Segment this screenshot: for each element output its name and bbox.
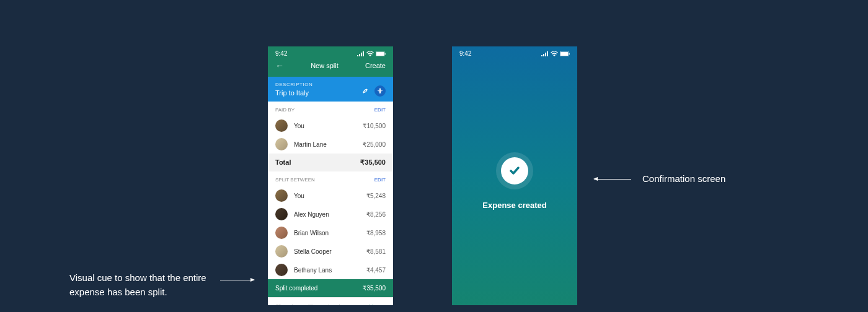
wifi-icon	[366, 51, 374, 56]
total-amount: ₹35,500	[360, 158, 386, 167]
recurring-icon[interactable]	[360, 85, 371, 97]
signal-icon	[357, 51, 365, 56]
description-section: DESCRIPTION Trip to Italy	[268, 77, 393, 102]
split-row: You ₹5,248	[268, 186, 393, 205]
svg-rect-1	[376, 52, 384, 56]
status-time: 9:42	[459, 50, 471, 57]
svg-rect-7	[560, 52, 568, 56]
avatar	[275, 264, 288, 276]
check-circle	[496, 152, 533, 189]
add-note-button[interactable]: Add note	[363, 304, 386, 305]
avatar	[275, 119, 288, 132]
paid-by-header: PAID BY EDIT	[268, 102, 393, 116]
split-name: Alex Nguyen	[294, 211, 366, 218]
split-name: Stella Cooper	[294, 248, 366, 255]
split-amount: ₹8,256	[366, 211, 386, 218]
split-completed-amount: ₹35,500	[363, 285, 386, 292]
today-label: Today	[284, 304, 299, 305]
split-between-header: SPLIT BETWEEN EDIT	[268, 171, 393, 186]
header-area: 9:42 ← New split Create	[268, 46, 393, 77]
annotation-left: Visual cue to show that the entire expen…	[69, 271, 243, 299]
split-label: SPLIT BETWEEN	[275, 177, 315, 183]
split-amount: ₹8,581	[366, 248, 386, 255]
confirmation-text: Expense created	[482, 201, 546, 210]
confirmation-content: Expense created	[452, 61, 577, 301]
annotation-right: Confirmation screen	[642, 172, 725, 186]
avatar	[275, 138, 288, 150]
arrow-left	[220, 280, 254, 280]
avatar	[275, 189, 288, 202]
split-edit[interactable]: EDIT	[374, 177, 386, 183]
split-amount: ₹8,958	[366, 230, 386, 236]
status-icons	[541, 51, 570, 56]
paid-amount: ₹10,500	[363, 123, 386, 129]
paid-name: Martin Lane	[294, 141, 363, 148]
split-amount: ₹5,248	[366, 193, 386, 199]
svg-rect-8	[569, 53, 570, 54]
category-plane-icon[interactable]	[374, 85, 386, 97]
phone-confirmation: 9:42 Expense created	[452, 46, 577, 305]
total-row: Total ₹35,500	[268, 154, 393, 171]
back-button[interactable]: ←	[275, 61, 284, 71]
split-name: Brian Wilson	[294, 230, 366, 236]
due-icon	[308, 304, 314, 305]
paid-row: Martin Lane ₹25,000	[268, 135, 393, 154]
paid-by-edit[interactable]: EDIT	[374, 107, 386, 113]
status-icons	[357, 51, 386, 56]
split-row: Stella Cooper ₹8,581	[268, 242, 393, 261]
paid-amount: ₹25,000	[363, 141, 386, 148]
paid-row: You ₹10,500	[268, 116, 393, 135]
checkmark-icon	[508, 164, 521, 178]
split-row: Brian Wilson ₹8,958	[268, 223, 393, 242]
wifi-icon	[551, 51, 558, 56]
split-amount: ₹4,457	[366, 267, 386, 274]
battery-icon	[560, 51, 570, 56]
split-completed-label: Split completed	[275, 285, 317, 292]
avatar	[275, 208, 288, 220]
svg-rect-2	[385, 53, 386, 54]
due-label: Set due date	[316, 304, 348, 305]
footer: Today Set due date Add note	[268, 297, 393, 305]
paid-by-label: PAID BY	[275, 107, 294, 113]
header: ← New split Create	[268, 61, 393, 77]
battery-icon	[376, 51, 386, 56]
description-icons	[360, 85, 386, 97]
split-row: Alex Nguyen ₹8,256	[268, 205, 393, 223]
status-bar: 9:42	[268, 46, 393, 61]
status-time: 9:42	[275, 50, 287, 57]
set-due-date[interactable]: Set due date	[308, 304, 348, 305]
status-bar: 9:42	[452, 46, 577, 61]
date-today[interactable]: Today	[275, 304, 299, 305]
paid-name: You	[294, 123, 363, 129]
avatar	[275, 227, 288, 239]
split-completed-bar: Split completed ₹35,500	[268, 279, 393, 297]
signal-icon	[541, 51, 549, 56]
split-row: Bethany Lans ₹4,457	[268, 261, 393, 279]
split-name: You	[294, 193, 366, 199]
split-name: Bethany Lans	[294, 267, 366, 274]
create-button[interactable]: Create	[365, 62, 386, 69]
phone-new-split: 9:42 ← New split Create DESCRIPTION Trip…	[268, 46, 393, 305]
header-title: New split	[311, 62, 339, 69]
check-inner	[501, 157, 528, 184]
avatar	[275, 245, 288, 258]
total-label: Total	[275, 158, 291, 167]
calendar-icon	[275, 304, 281, 305]
arrow-right	[594, 179, 631, 180]
